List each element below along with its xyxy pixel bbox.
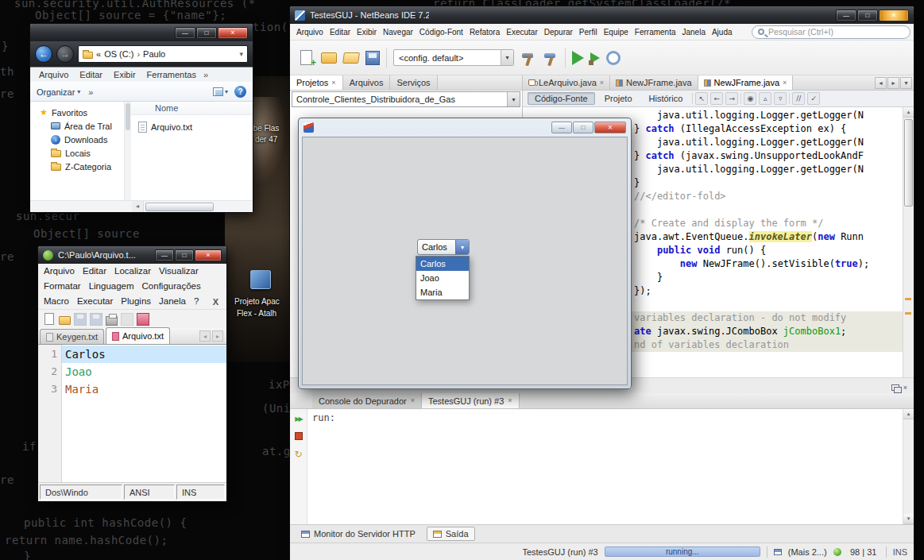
menu-item[interactable]: Exibir: [354, 24, 380, 41]
editor-line[interactable]: Carlos: [62, 346, 226, 363]
sidebar-item-downloads[interactable]: ↓ Downloads: [30, 133, 124, 146]
dropdown-item-maria[interactable]: Maria: [416, 285, 469, 299]
menu-item[interactable]: Macro: [40, 294, 73, 309]
menu-item[interactable]: Ferramentas: [141, 68, 202, 83]
maximize-button[interactable]: □: [196, 27, 217, 39]
desktop-icon-label[interactable]: der 47: [255, 135, 277, 144]
scroll-up-icon[interactable]: ▴: [903, 107, 914, 118]
toolbar-overflow-icon[interactable]: »: [88, 87, 93, 97]
desktop-icon-label[interactable]: obe Flas: [249, 124, 279, 133]
source-view-button[interactable]: Código-Fonte: [528, 92, 595, 105]
scrollbar-thumb[interactable]: [126, 103, 130, 130]
clean-build-icon[interactable]: [543, 50, 559, 66]
menu-item[interactable]: Janela: [679, 24, 708, 41]
breadcrumb-drive[interactable]: OS (C:): [104, 49, 133, 59]
menu-item[interactable]: Código-Font: [416, 24, 466, 41]
menu-item[interactable]: Refatora: [466, 24, 503, 41]
close-icon[interactable]: ×: [783, 79, 787, 87]
sidebar-item-locais[interactable]: Locais: [30, 146, 124, 160]
close-all-icon[interactable]: [137, 313, 149, 326]
close-button[interactable]: ×: [594, 122, 626, 133]
open-project-icon[interactable]: [342, 52, 360, 64]
menu-item[interactable]: Perfil: [576, 24, 601, 41]
menu-item[interactable]: Ajuda: [709, 24, 736, 41]
menu-item[interactable]: Visualizar: [155, 264, 203, 279]
process-list-icon[interactable]: [774, 549, 782, 555]
back-icon[interactable]: ←: [710, 92, 723, 105]
new-file-icon[interactable]: [44, 313, 54, 325]
rerun-icon[interactable]: ▶▶: [295, 415, 301, 423]
tab-scroll-right-icon[interactable]: ▸: [212, 330, 223, 342]
new-file-icon[interactable]: [300, 50, 312, 65]
tab-console-do-depurador[interactable]: Console do Depurador ×: [312, 393, 422, 408]
cut-icon[interactable]: [121, 313, 133, 326]
check-file-icon[interactable]: ✓: [807, 92, 820, 105]
notepad-titlebar[interactable]: C:\Paulo\Arquivo.t... — □ ×: [38, 246, 226, 264]
menu-item[interactable]: Janela: [155, 294, 190, 309]
minimize-button[interactable]: —: [551, 122, 572, 133]
close-button[interactable]: ×: [218, 27, 248, 39]
forward-button[interactable]: →: [56, 45, 74, 63]
menu-item[interactable]: Editar: [74, 68, 108, 83]
back-button[interactable]: ←: [35, 45, 52, 63]
menu-overflow-icon[interactable]: »: [203, 70, 208, 79]
search-input[interactable]: [768, 27, 904, 37]
print-icon[interactable]: [106, 316, 118, 326]
find-selection-icon[interactable]: ◉: [744, 92, 756, 105]
desktop-shortcut-icon[interactable]: [250, 270, 271, 289]
menu-item[interactable]: Executar: [73, 294, 117, 309]
open-folder-icon[interactable]: [59, 316, 71, 325]
next-occurrence-icon[interactable]: ▿: [774, 92, 787, 105]
sidebar-scrollbar[interactable]: [124, 102, 131, 200]
jcombobox[interactable]: Carlos ▾: [417, 239, 470, 255]
address-bar[interactable]: « OS (C:) › Paulo ▾: [78, 45, 248, 63]
menu-item[interactable]: Depurar: [541, 24, 576, 41]
jframe-titlebar[interactable]: — □ ×: [299, 118, 631, 137]
forward-icon[interactable]: →: [725, 92, 738, 105]
tab-learquivo-java[interactable]: LeArquivo.java ×: [523, 75, 610, 90]
address-dropdown-icon[interactable]: ▾: [239, 50, 243, 58]
tab-testesguj-run[interactable]: TestesGUJ (run) #3 ×: [422, 393, 520, 408]
menu-item[interactable]: Arquivo: [33, 68, 74, 83]
profile-project-icon[interactable]: [606, 51, 621, 65]
menu-item[interactable]: Configurações: [138, 279, 205, 294]
menu-item[interactable]: Exibir: [108, 68, 141, 83]
error-stripe-mark[interactable]: [905, 298, 911, 300]
debug-project-icon[interactable]: [590, 52, 600, 64]
scroll-up-icon[interactable]: ▴: [903, 409, 914, 419]
maximize-button[interactable]: □: [857, 10, 878, 21]
tab-scroll-left-icon[interactable]: ◂: [875, 77, 887, 89]
horizontal-scrollbar[interactable]: ◂: [30, 200, 253, 212]
close-icon[interactable]: ×: [508, 397, 512, 404]
project-combobox[interactable]: Controle_Clientes_Distribuidora_de_Gas ▾: [292, 91, 520, 107]
progress-bar[interactable]: running...: [605, 546, 760, 557]
dropdown-item-joao[interactable]: Joao: [416, 271, 469, 285]
tab-saida[interactable]: Saída: [427, 527, 475, 541]
new-project-icon[interactable]: [321, 52, 337, 64]
menu-item[interactable]: Plugins: [117, 294, 155, 309]
tab-scroll-left-icon[interactable]: ◂: [199, 330, 211, 342]
search-box[interactable]: [752, 25, 910, 39]
close-icon[interactable]: ×: [331, 79, 335, 87]
netbeans-titlebar[interactable]: TestesGUJ - NetBeans IDE 7.2 — □ ×: [290, 6, 914, 24]
toggle-comment-icon[interactable]: //: [792, 92, 805, 105]
breadcrumb-folder[interactable]: Paulo: [143, 49, 165, 59]
sidebar-item-area-de-trabalho[interactable]: Área de Tral: [30, 119, 124, 133]
tab-keygen-txt[interactable]: Keygen.txt: [40, 329, 104, 344]
close-window-icon[interactable]: ×: [903, 384, 907, 392]
sidebar-item-favoritos[interactable]: ★ Favoritos: [30, 106, 124, 119]
dropdown-item-carlos[interactable]: Carlos: [416, 257, 469, 271]
explorer-titlebar[interactable]: — □ ×: [30, 24, 253, 41]
run-project-icon[interactable]: [572, 51, 584, 65]
maximize-button[interactable]: □: [175, 249, 194, 261]
breadcrumb-collapse-icon[interactable]: «: [96, 49, 101, 59]
close-button[interactable]: ×: [879, 10, 909, 21]
error-stripe-mark[interactable]: [905, 312, 911, 315]
file-item[interactable]: Arquivo.txt: [131, 120, 253, 134]
menu-item[interactable]: Arquivo: [293, 24, 327, 41]
build-project-icon[interactable]: [520, 50, 536, 66]
menu-item[interactable]: Editar: [79, 264, 110, 279]
save-all-icon[interactable]: [365, 51, 380, 65]
design-view-button[interactable]: Projeto: [597, 92, 640, 105]
desktop-icon-label[interactable]: Projeto Apac: [234, 297, 280, 306]
